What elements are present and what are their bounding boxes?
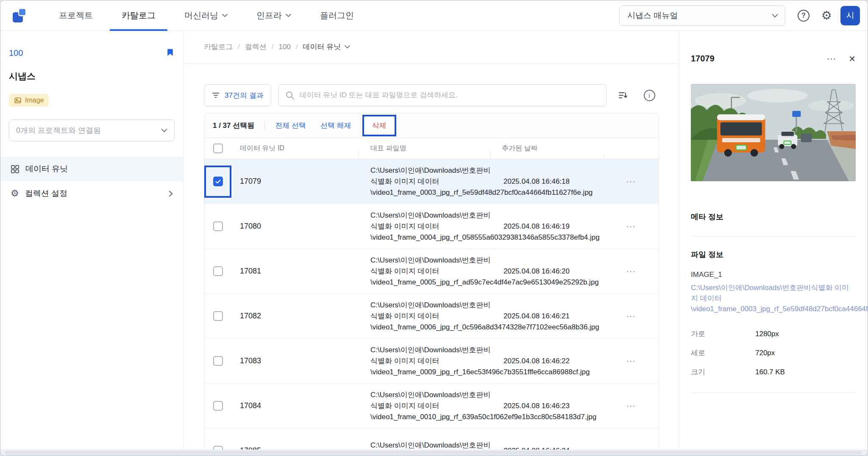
search-input[interactable]: [300, 91, 599, 99]
row-more-button[interactable]: ⋯: [626, 267, 636, 276]
chevron-down-icon: [286, 14, 291, 17]
project-link-label: 0개의 프로젝트와 연결됨: [16, 125, 101, 135]
app-logo-icon[interactable]: [11, 7, 28, 24]
type-badge-label: Image: [25, 97, 44, 104]
nav-item[interactable]: 프로젝트: [45, 0, 107, 31]
row-checkbox[interactable]: [213, 266, 223, 276]
data-unit-id: 17079: [231, 177, 359, 186]
breadcrumb-current[interactable]: 데이터 유닛: [303, 42, 351, 52]
bookmark-icon[interactable]: [166, 48, 175, 58]
scrollbar-thumb[interactable]: [5, 451, 862, 455]
nav-item-label: 인프라: [256, 10, 282, 21]
info-icon: i: [644, 90, 655, 101]
property-label: 세로: [691, 348, 755, 358]
nav-item-label: 프로젝트: [59, 10, 93, 21]
data-unit-id: 17083: [231, 357, 359, 365]
info-button[interactable]: i: [640, 86, 659, 105]
table-row[interactable]: 17084 C:\Users\이인애\Downloads\번호판비 식별화 이미…: [204, 384, 659, 428]
data-unit-id: 17080: [231, 222, 359, 231]
project-link-select[interactable]: 0개의 프로젝트와 연결됨: [9, 119, 175, 141]
column-header-file: 대표 파일명: [359, 144, 490, 153]
select-all-button[interactable]: 전체 선택: [275, 121, 306, 130]
table-row[interactable]: 17080 C:\Users\이인애\Downloads\번호판비 식별화 이미…: [204, 204, 659, 249]
nav-item[interactable]: 머신러닝: [170, 0, 242, 31]
nav-item[interactable]: 카탈로그: [107, 0, 170, 31]
added-date: 2025.04.08 16:46:20: [490, 267, 604, 276]
select-all-checkbox[interactable]: [213, 144, 223, 153]
row-checkbox[interactable]: [213, 401, 223, 411]
sidebar-item-data-units[interactable]: 데이터 유닛: [0, 157, 183, 181]
property-label: 가로: [691, 329, 755, 339]
collection-id: 100: [9, 48, 23, 58]
file-path: C:\Users\이인애\Downloads\번호판비 식별화 이미지 데이터 …: [359, 345, 490, 378]
check-icon: [215, 180, 221, 184]
nav-item-label: 플러그인: [320, 10, 354, 21]
breadcrumb-item[interactable]: 100: [278, 43, 290, 51]
row-checkbox[interactable]: [213, 221, 223, 231]
added-date: 2025.04.08 16:46:21: [490, 312, 604, 321]
app-window: 프로젝트 카탈로그 머신러닝 인프라 플러그인 시냅스 매뉴얼 ? ⚙ 시: [0, 0, 868, 456]
sort-button[interactable]: [613, 86, 633, 105]
row-more-button[interactable]: ⋯: [626, 312, 636, 321]
selection-count: 1 / 37 선택됨: [213, 121, 254, 130]
table-row[interactable]: 17083 C:\Users\이인애\Downloads\번호판비 식별화 이미…: [204, 339, 659, 384]
manual-select[interactable]: 시냅스 매뉴얼: [619, 6, 785, 26]
delete-button[interactable]: 삭제: [364, 116, 395, 135]
chevron-right-icon: [169, 191, 173, 197]
row-more-button[interactable]: ⋯: [626, 222, 636, 231]
gear-icon: ⚙: [11, 189, 19, 198]
breadcrumb-item[interactable]: 컬렉션: [245, 42, 267, 52]
checkbox-highlight-box: [204, 255, 231, 287]
data-unit-id: 17084: [231, 401, 359, 410]
file-path-link[interactable]: C:\Users\이인애\Downloads\번호판비식별화 이미지 데이터 \…: [691, 282, 856, 314]
nav-item-label: 머신러닝: [184, 10, 218, 21]
filter-button[interactable]: 37건의 결과: [204, 84, 271, 106]
delete-highlight-box: 삭제: [362, 115, 396, 136]
nav-item[interactable]: 플러그인: [306, 0, 368, 31]
user-avatar[interactable]: 시: [840, 6, 860, 25]
gear-icon: ⚙: [821, 10, 832, 22]
property-row: 가로 1280px: [691, 324, 856, 343]
table-row[interactable]: 17082 C:\Users\이인애\Downloads\번호판비 식별화 이미…: [204, 294, 659, 339]
property-row: 크기 160.7 KB: [691, 362, 856, 381]
table-header: 데이터 유닛 ID 대표 파일명 추가된 날짜: [204, 138, 659, 159]
sidebar-item-collection-settings[interactable]: ⚙ 컬렉션 설정: [0, 181, 183, 206]
file-path: C:\Users\이인애\Downloads\번호판비 식별화 이미지 데이터 …: [359, 255, 490, 288]
table-row[interactable]: 17079 C:\Users\이인애\Downloads\번호판비 식별화 이미…: [204, 159, 659, 204]
deselect-button[interactable]: 선택 해제: [320, 121, 351, 130]
detail-more-button[interactable]: ⋯: [826, 54, 837, 64]
row-checkbox[interactable]: [213, 356, 223, 366]
sort-icon: [618, 90, 628, 100]
horizontal-scrollbar[interactable]: [0, 450, 868, 456]
file-properties: 가로 1280px 세로 720px 크기 160.7 KB: [691, 324, 856, 381]
table-row[interactable]: 17081 C:\Users\이인애\Downloads\번호판비 식별화 이미…: [204, 249, 659, 294]
row-more-button[interactable]: ⋯: [626, 177, 636, 186]
breadcrumb: 카탈로그 / 컬렉션 / 100 / 데이터 유닛: [204, 42, 659, 52]
toolbar: 37건의 결과 i: [204, 84, 659, 106]
nav-item[interactable]: 인프라: [242, 0, 306, 31]
chevron-down-icon: [345, 45, 350, 49]
image-thumbnail[interactable]: [691, 84, 856, 181]
meta-info-title: 메타 정보: [691, 212, 856, 222]
settings-button[interactable]: ⚙: [818, 7, 835, 25]
row-checkbox[interactable]: [213, 311, 223, 321]
row-more-button[interactable]: ⋯: [626, 401, 636, 411]
divider: [691, 392, 856, 393]
image-icon: [14, 97, 22, 104]
file-path: C:\Users\이인애\Downloads\번호판비 식별화 이미지 데이터 …: [359, 210, 490, 243]
property-value: 720px: [755, 349, 775, 357]
breadcrumb-item[interactable]: 카탈로그: [204, 42, 233, 52]
row-checkbox[interactable]: [213, 177, 223, 186]
sidebar-item-label: 컬렉션 설정: [25, 188, 67, 199]
checkbox-highlight-box: [204, 390, 231, 422]
close-icon[interactable]: ✕: [849, 55, 856, 63]
file-name: IMAGE_1: [691, 271, 856, 279]
row-more-button[interactable]: ⋯: [626, 357, 636, 366]
checkbox-highlight-box: [204, 345, 231, 377]
help-button[interactable]: ?: [795, 7, 812, 25]
sidebar-menu: 데이터 유닛 ⚙ 컬렉션 설정: [0, 157, 183, 206]
sidebar-item-label: 데이터 유닛: [25, 163, 68, 174]
file-path: C:\Users\이인애\Downloads\번호판비 식별화 이미지 데이터 …: [359, 300, 490, 333]
selection-bar: 1 / 37 선택됨 전체 선택 선택 해제 삭제: [204, 113, 659, 138]
added-date: 2025.04.08 16:46:19: [490, 222, 604, 231]
